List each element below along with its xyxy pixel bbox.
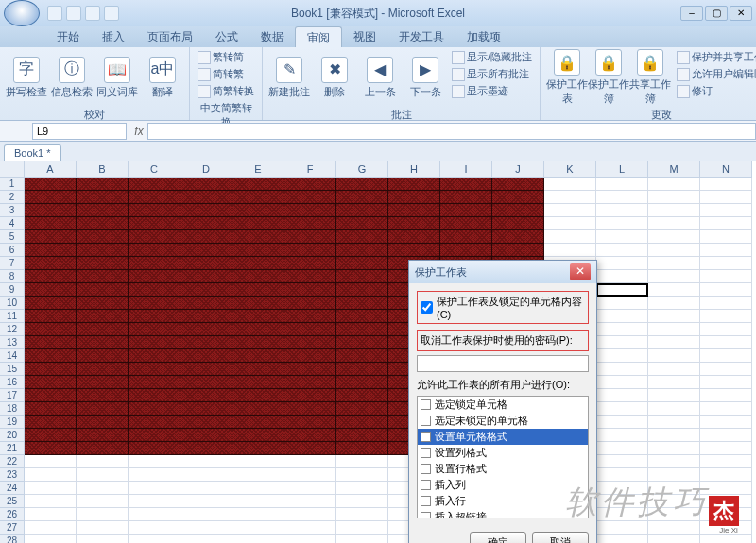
col-header-K[interactable]: K	[544, 161, 596, 178]
cell[interactable]	[129, 389, 180, 402]
perm-item-5[interactable]: 插入列	[418, 477, 588, 493]
cell[interactable]	[77, 442, 129, 455]
cell[interactable]	[284, 495, 336, 508]
row-header-2[interactable]: 2	[0, 191, 25, 204]
cell[interactable]	[596, 455, 648, 468]
cell[interactable]	[129, 508, 180, 521]
cell[interactable]	[25, 244, 77, 257]
cell[interactable]	[232, 495, 284, 508]
row-header-26[interactable]: 26	[0, 508, 25, 521]
cell[interactable]	[284, 482, 336, 495]
cell[interactable]	[648, 389, 700, 402]
cell[interactable]	[180, 482, 232, 495]
cell[interactable]	[284, 310, 336, 323]
cell[interactable]	[700, 429, 752, 442]
row-header-18[interactable]: 18	[0, 402, 25, 416]
cell[interactable]	[700, 178, 752, 191]
col-header-M[interactable]: M	[648, 161, 700, 178]
cell[interactable]	[180, 468, 232, 482]
cell[interactable]	[25, 416, 77, 429]
permissions-listbox[interactable]: 选定锁定单元格选定未锁定的单元格设置单元格格式设置列格式设置行格式插入列插入行插…	[417, 396, 589, 518]
cell[interactable]	[129, 178, 180, 191]
cell[interactable]	[440, 204, 492, 217]
comment-opt-1[interactable]: 显示所有批注	[450, 66, 534, 82]
cell[interactable]	[596, 535, 648, 543]
cell[interactable]	[232, 270, 284, 283]
protect-btn-0[interactable]: 🔒保护工作表	[546, 49, 588, 106]
cell[interactable]	[388, 178, 440, 191]
cell[interactable]	[180, 455, 232, 468]
cell[interactable]	[77, 297, 129, 310]
cell[interactable]	[77, 468, 129, 482]
cell[interactable]	[180, 402, 232, 416]
cell[interactable]	[336, 389, 388, 402]
cell[interactable]	[129, 429, 180, 442]
cell[interactable]	[596, 468, 648, 482]
cell[interactable]	[180, 178, 232, 191]
cell[interactable]	[596, 442, 648, 455]
cell[interactable]	[648, 244, 700, 257]
cell[interactable]	[77, 217, 129, 230]
cell[interactable]	[77, 257, 129, 270]
cell[interactable]	[232, 230, 284, 244]
cell[interactable]	[648, 310, 700, 323]
changes-item-2[interactable]: 修订	[675, 83, 756, 99]
tab-页面布局[interactable]: 页面布局	[136, 26, 204, 47]
cell[interactable]	[180, 283, 232, 297]
cell[interactable]	[648, 283, 700, 297]
cell[interactable]	[25, 178, 77, 191]
perm-item-3[interactable]: 设置列格式	[418, 445, 588, 461]
protect-btn-1[interactable]: 🔒保护工作簿	[588, 49, 629, 106]
tab-开发工具[interactable]: 开发工具	[387, 26, 455, 47]
row-header-7[interactable]: 7	[0, 257, 25, 270]
cell[interactable]	[700, 349, 752, 363]
cell[interactable]	[77, 482, 129, 495]
tab-数据[interactable]: 数据	[249, 26, 295, 47]
cell[interactable]	[232, 283, 284, 297]
row-header-28[interactable]: 28	[0, 535, 25, 543]
dialog-titlebar[interactable]: 保护工作表 ✕	[409, 261, 596, 283]
cancel-button[interactable]: 取消	[532, 532, 589, 543]
perm-checkbox[interactable]	[421, 496, 431, 506]
cell[interactable]	[284, 376, 336, 389]
cell[interactable]	[25, 482, 77, 495]
cell[interactable]	[129, 482, 180, 495]
cell[interactable]	[700, 376, 752, 389]
cell[interactable]	[25, 442, 77, 455]
cell[interactable]	[25, 323, 77, 336]
ok-button[interactable]: 确定	[470, 532, 526, 543]
cell[interactable]	[336, 297, 388, 310]
cell[interactable]	[544, 178, 596, 191]
cell[interactable]	[336, 416, 388, 429]
cell[interactable]	[648, 323, 700, 336]
cell[interactable]	[129, 535, 180, 543]
cell[interactable]	[596, 178, 648, 191]
cell[interactable]	[129, 468, 180, 482]
perm-item-1[interactable]: 选定未锁定的单元格	[418, 413, 588, 429]
cell[interactable]	[180, 204, 232, 217]
cell[interactable]	[284, 297, 336, 310]
proofing-btn-2[interactable]: 📖同义词库	[96, 49, 138, 106]
cell[interactable]	[180, 508, 232, 521]
col-header-G[interactable]: G	[336, 161, 388, 178]
tab-视图[interactable]: 视图	[342, 26, 387, 47]
cell[interactable]	[180, 442, 232, 455]
cell[interactable]	[77, 416, 129, 429]
cell[interactable]	[336, 442, 388, 455]
col-header-A[interactable]: A	[25, 161, 77, 178]
cell[interactable]	[77, 191, 129, 204]
cell[interactable]	[232, 204, 284, 217]
tab-公式[interactable]: 公式	[204, 26, 249, 47]
col-header-F[interactable]: F	[284, 161, 336, 178]
cell[interactable]	[232, 508, 284, 521]
cell[interactable]	[284, 535, 336, 543]
cell[interactable]	[180, 270, 232, 283]
col-header-L[interactable]: L	[596, 161, 648, 178]
cell[interactable]	[180, 416, 232, 429]
cell[interactable]	[648, 204, 700, 217]
cell[interactable]	[77, 244, 129, 257]
cell[interactable]	[700, 535, 752, 543]
cell[interactable]	[700, 191, 752, 204]
cell[interactable]	[25, 363, 77, 376]
cell[interactable]	[77, 230, 129, 244]
